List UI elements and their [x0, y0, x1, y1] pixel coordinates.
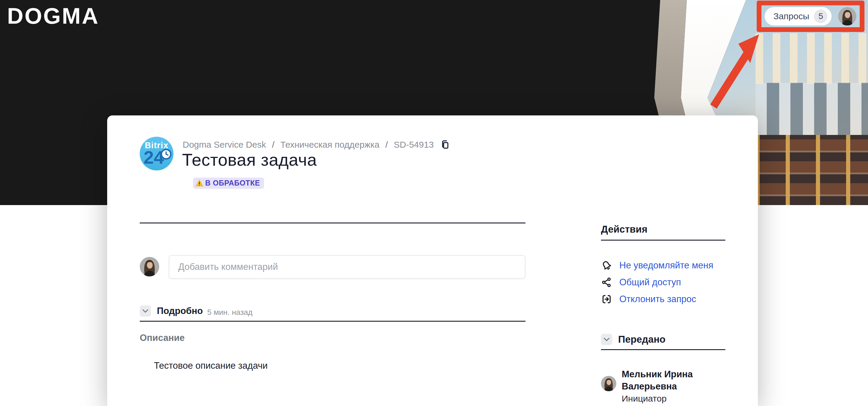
user-avatar[interactable]: [838, 7, 857, 26]
transferred-collapse-button[interactable]: [601, 334, 612, 345]
copy-icon[interactable]: [440, 140, 450, 150]
share-icon: [601, 277, 612, 288]
section-divider: [140, 222, 525, 223]
status-badge: В ОБРАБОТКЕ: [193, 178, 264, 189]
service-desk-page: DOGMA Запросы 5: [0, 0, 868, 406]
requests-button-label: Запросы: [774, 11, 809, 21]
person-info: Мельник Ирина Валерьевна Инициатор: [622, 368, 716, 404]
details-timestamp: 5 мин. назад: [207, 308, 252, 317]
status-badge-label: В ОБРАБОТКЕ: [205, 179, 260, 187]
transferred-section-header: Передано: [601, 334, 725, 350]
building-main: [755, 33, 868, 205]
annotation-arrow: [708, 32, 764, 111]
breadcrumb-separator: /: [272, 140, 274, 150]
action-share-label[interactable]: Общий доступ: [619, 277, 681, 288]
transferred-person: Мельник Ирина Валерьевна Инициатор: [601, 368, 725, 404]
person-name: Мельник Ирина Валерьевна: [622, 368, 716, 393]
action-mute-notifications-label[interactable]: Не уведомляйте меня: [619, 260, 713, 271]
warning-icon: [195, 179, 204, 187]
bitrix24-logo: Bitrix 24: [140, 137, 174, 170]
details-collapse-button[interactable]: [140, 305, 151, 317]
dogma-logo: DOGMA: [7, 2, 99, 30]
action-mute-notifications[interactable]: Не уведомляйте меня: [601, 257, 725, 274]
task-card: Bitrix 24 Dogma Service Desk / Техническ…: [107, 116, 758, 406]
requests-count-badge: 5: [814, 9, 828, 23]
action-share[interactable]: Общий доступ: [601, 274, 725, 290]
breadcrumb-item-ticket-id: SD-54913: [394, 140, 434, 150]
bell-off-icon: [601, 260, 612, 271]
description-text: Тестовое описание задачи: [154, 361, 268, 371]
clock-icon: [160, 149, 172, 160]
action-decline-request[interactable]: Отклонить запрос: [601, 290, 725, 308]
breadcrumb-item-support[interactable]: Техническая поддержка: [280, 140, 379, 150]
decline-request-icon: [601, 293, 612, 305]
actions-title: Действия: [601, 224, 725, 241]
person-role: Инициатор: [622, 394, 716, 404]
person-avatar: [601, 376, 616, 391]
chevron-down-icon: [603, 338, 610, 341]
sidebar: Действия Не уведомляйте меня: [601, 224, 725, 406]
comment-input[interactable]: [169, 255, 525, 279]
transferred-title: Передано: [618, 334, 665, 345]
actions-list: Не уведомляйте меня Общий доступ: [601, 257, 725, 308]
comment-author-avatar: [140, 257, 159, 276]
action-decline-request-label[interactable]: Отклонить запрос: [619, 294, 696, 305]
requests-button[interactable]: Запросы 5: [765, 7, 832, 26]
breadcrumb-separator: /: [385, 140, 388, 150]
details-section-label: Подробно: [157, 306, 203, 316]
description-label: Описание: [140, 333, 185, 343]
breadcrumb-item-service-desk[interactable]: Dogma Service Desk: [183, 140, 266, 150]
annotation-highlight-box: Запросы 5: [757, 1, 864, 32]
section-divider: [140, 321, 525, 322]
page-title: Тестовая задача: [182, 150, 317, 169]
chevron-down-icon: [143, 309, 148, 313]
breadcrumb: Dogma Service Desk / Техническая поддерж…: [183, 140, 450, 150]
